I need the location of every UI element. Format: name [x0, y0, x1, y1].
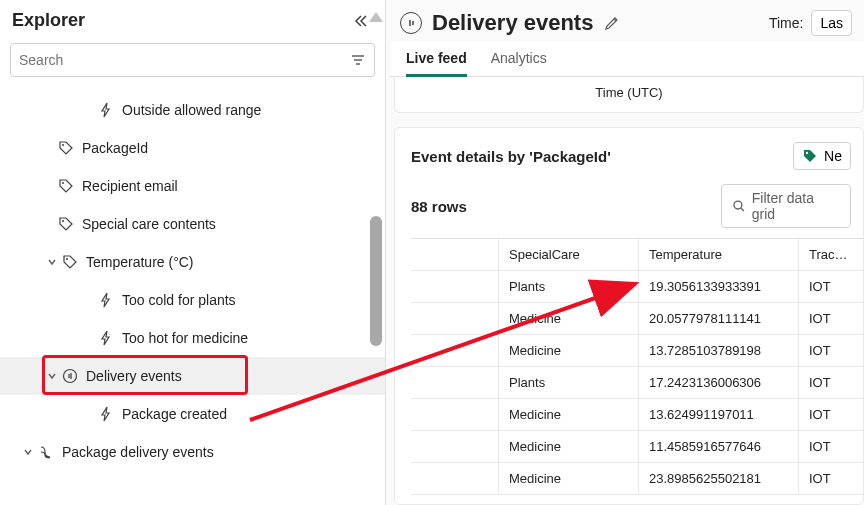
tag-icon: [56, 140, 76, 156]
tree-item-label: Temperature (°C): [86, 254, 385, 270]
grid-cell: Medicine: [499, 431, 639, 462]
grid-cell: 20.0577978111141: [639, 303, 799, 334]
grid-cell: [411, 271, 499, 302]
column-header[interactable]: Tracking: [799, 239, 859, 270]
tag-icon: [56, 216, 76, 232]
tag-icon: [60, 254, 80, 270]
search-container: [0, 43, 385, 87]
tree-item-too-hot-for-medicine[interactable]: Too hot for medicine: [0, 319, 385, 357]
svg-point-3: [66, 258, 68, 260]
grid-cell: 13.624991197011: [639, 399, 799, 430]
grid-cell: Medicine: [499, 399, 639, 430]
grid-cell: IOT: [799, 399, 859, 430]
tree-item-label: Too cold for plants: [122, 292, 385, 308]
chevron-down-icon[interactable]: [44, 257, 60, 267]
svg-point-0: [62, 144, 64, 146]
lightning-icon: [96, 102, 116, 118]
grid-cell: IOT: [799, 367, 859, 398]
tree-item-delivery-events[interactable]: Delivery events: [0, 357, 385, 395]
time-range-button[interactable]: Las: [811, 10, 852, 36]
grid-cell: Plants: [499, 271, 639, 302]
tree-item-label: Outside allowed range: [122, 102, 385, 118]
search-input[interactable]: [19, 52, 350, 68]
details-header: Event details by 'PackageId' Ne: [411, 142, 863, 170]
tree-item-too-cold-for-plants[interactable]: Too cold for plants: [0, 281, 385, 319]
search-icon: [732, 199, 746, 213]
column-header[interactable]: [411, 239, 499, 270]
lightning-icon: [96, 292, 116, 308]
tree-item-recipient-email[interactable]: Recipient email: [0, 167, 385, 205]
data-grid-filter[interactable]: Filter data grid: [721, 184, 851, 228]
edit-button[interactable]: [603, 14, 621, 32]
column-header[interactable]: SpecialCare: [499, 239, 639, 270]
stream-icon: [400, 12, 422, 34]
tree-item-label: Delivery events: [86, 368, 385, 384]
filter-icon[interactable]: [350, 52, 366, 68]
time-axis-label: Time (UTC): [595, 85, 662, 100]
content-panel: Delivery events Time: Las Live feedAnaly…: [385, 0, 864, 505]
grid-cell: Medicine: [499, 335, 639, 366]
page-title: Delivery events: [432, 10, 593, 36]
grid-header-row: SpecialCareTemperatureTracking: [411, 239, 863, 271]
tree-item-label: PackageId: [82, 140, 385, 156]
grid-cell: 11.4585916577646: [639, 431, 799, 462]
tree-item-outside-allowed-range[interactable]: Outside allowed range: [0, 91, 385, 129]
table-row[interactable]: Plants17.2423136006306IOT: [411, 367, 863, 399]
grid-cell: 19.3056133933391: [639, 271, 799, 302]
grid-cell: [411, 367, 499, 398]
grid-cell: 17.2423136006306: [639, 367, 799, 398]
grid-cell: [411, 399, 499, 430]
tree-item-label: Package delivery events: [62, 444, 385, 460]
explorer-title: Explorer: [12, 10, 85, 31]
table-row[interactable]: Medicine20.0577978111141IOT: [411, 303, 863, 335]
table-row[interactable]: Medicine13.7285103789198IOT: [411, 335, 863, 367]
grid-cell: IOT: [799, 271, 859, 302]
table-row[interactable]: Medicine13.624991197011IOT: [411, 399, 863, 431]
tree-item-temperature-c-[interactable]: Temperature (°C): [0, 243, 385, 281]
tree-item-package-delivery-events[interactable]: Package delivery events: [0, 433, 385, 471]
explorer-header: Explorer: [0, 0, 385, 43]
table-row[interactable]: Plants19.3056133933391IOT: [411, 271, 863, 303]
grid-cell: [411, 463, 499, 494]
chevron-double-left-icon: [353, 13, 369, 29]
grid-cell: IOT: [799, 335, 859, 366]
tree-item-label: Special care contents: [82, 216, 385, 232]
grid-cell: IOT: [799, 431, 859, 462]
tree-item-package-created[interactable]: Package created: [0, 395, 385, 433]
flow-icon: [36, 444, 56, 460]
content-header: Delivery events Time: Las: [386, 0, 864, 38]
svg-point-5: [806, 152, 808, 154]
new-button[interactable]: Ne: [793, 142, 851, 170]
grid-cell: 23.8985625502181: [639, 463, 799, 494]
tree-item-label: Recipient email: [82, 178, 385, 194]
time-label: Time:: [769, 15, 803, 31]
column-header[interactable]: Temperature: [639, 239, 799, 270]
grid-cell: [411, 335, 499, 366]
time-selector: Time: Las: [769, 10, 852, 36]
svg-point-2: [62, 220, 64, 222]
table-row[interactable]: Medicine11.4585916577646IOT: [411, 431, 863, 463]
scroll-up-icon[interactable]: [369, 12, 383, 22]
details-title: Event details by 'PackageId': [411, 148, 611, 165]
tab-live-feed[interactable]: Live feed: [406, 50, 467, 77]
filter-placeholder: Filter data grid: [752, 190, 840, 222]
collapse-panel-button[interactable]: [353, 13, 369, 29]
scroll-thumb[interactable]: [370, 216, 382, 346]
search-box[interactable]: [10, 43, 375, 77]
table-row[interactable]: Medicine23.8985625502181IOT: [411, 463, 863, 495]
grid-cell: IOT: [799, 463, 859, 494]
tree-item-packageid[interactable]: PackageId: [0, 129, 385, 167]
tree-item-special-care-contents[interactable]: Special care contents: [0, 205, 385, 243]
stream-icon: [60, 368, 80, 384]
svg-point-4: [64, 370, 77, 383]
row-count-bar: 88 rows Filter data grid: [411, 170, 863, 238]
chevron-down-icon[interactable]: [20, 447, 36, 457]
new-button-label: Ne: [824, 148, 842, 164]
explorer-tree: Outside allowed rangePackageIdRecipient …: [0, 87, 385, 505]
scrollbar[interactable]: [369, 0, 383, 505]
grid-cell: Medicine: [499, 303, 639, 334]
chevron-down-icon[interactable]: [44, 371, 60, 381]
tab-analytics[interactable]: Analytics: [491, 50, 547, 76]
grid-cell: Plants: [499, 367, 639, 398]
grid-cell: Medicine: [499, 463, 639, 494]
